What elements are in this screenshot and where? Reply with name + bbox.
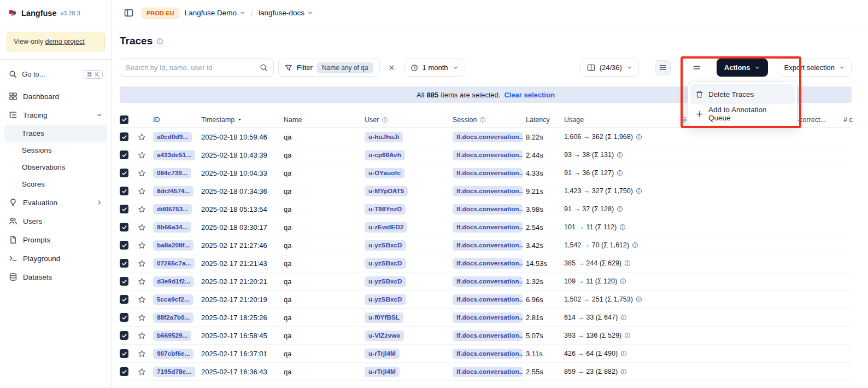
- session-badge[interactable]: lf.docs.conversation...: [453, 312, 523, 323]
- row-checkbox[interactable]: [120, 223, 128, 231]
- info-icon[interactable]: [624, 332, 631, 339]
- user-badge[interactable]: u-rTrjl4M: [365, 367, 400, 377]
- user-badge[interactable]: u-rTrjl4M: [365, 349, 400, 359]
- table-row[interactable]: 8dcf4574... 2025-02-18 07:34:36 qa u-MYp…: [120, 182, 852, 200]
- table-row[interactable]: 88f2a7b0... 2025-02-17 18:25:26 qa u-f0Y…: [120, 309, 852, 327]
- star-icon[interactable]: [138, 314, 146, 322]
- row-checkbox[interactable]: [120, 205, 128, 213]
- user-badge[interactable]: u-cp66Avh: [365, 150, 405, 160]
- star-icon[interactable]: [138, 187, 146, 195]
- trace-id-badge[interactable]: 5cca9cf2...: [153, 294, 193, 305]
- star-icon[interactable]: [138, 259, 146, 268]
- session-badge[interactable]: lf.docs.conversation...: [453, 367, 523, 377]
- header-score-4[interactable]: # c: [843, 116, 865, 124]
- header-score-3[interactable]: -correct...: [797, 116, 843, 124]
- trace-id-badge[interactable]: b669529...: [153, 331, 191, 341]
- table-row[interactable]: dd05753... 2025-02-18 05:13:54 qa u-T98Y…: [120, 200, 852, 218]
- user-badge[interactable]: u-yzSBxcD: [365, 276, 406, 287]
- table-row[interactable]: d3e9d1f2... 2025-02-17 21:20:21 qa u-yzS…: [120, 273, 852, 291]
- table-row[interactable]: b669529... 2025-02-17 16:58:45 qa u-VIZz…: [120, 327, 852, 345]
- user-badge[interactable]: u-huJhuJi: [365, 132, 403, 142]
- row-checkbox[interactable]: [120, 169, 128, 177]
- info-icon[interactable]: [620, 314, 627, 321]
- trace-id-badge[interactable]: ba8a208f...: [153, 240, 193, 251]
- user-badge[interactable]: u-f0YfBSL: [365, 312, 403, 323]
- header-user[interactable]: User: [365, 116, 453, 124]
- sidebar-item-sessions[interactable]: Sessions: [4, 142, 107, 159]
- header-latency[interactable]: Latency: [526, 116, 564, 124]
- trace-id-badge[interactable]: 8dcf4574...: [153, 186, 193, 196]
- info-icon[interactable]: [620, 278, 626, 285]
- header-name[interactable]: Name: [284, 116, 365, 124]
- trace-id-badge[interactable]: d3e9d1f2...: [153, 276, 194, 287]
- star-icon[interactable]: [138, 350, 146, 358]
- export-selection-button[interactable]: Export selection: [778, 59, 852, 77]
- session-badge[interactable]: lf.docs.conversation...: [453, 186, 523, 196]
- sidebar-item-tracing[interactable]: Tracing: [4, 106, 107, 124]
- menu-item-add-to-annotation-queue[interactable]: Add to Annotation Queue: [690, 104, 795, 124]
- project-selector[interactable]: langfuse-docs: [259, 9, 313, 17]
- info-icon[interactable]: [617, 152, 623, 158]
- user-badge[interactable]: u-zEwdED2: [365, 222, 407, 233]
- sidebar-toggle-button[interactable]: [121, 5, 136, 21]
- row-height-compact-button[interactable]: [655, 60, 671, 76]
- info-icon[interactable]: [624, 260, 631, 267]
- trace-id-badge[interactable]: 907cbf6e...: [153, 349, 193, 359]
- row-checkbox[interactable]: [120, 349, 128, 358]
- columns-button[interactable]: (24/36): [580, 59, 639, 77]
- clear-filter-button[interactable]: [384, 60, 400, 76]
- info-icon[interactable]: [620, 350, 627, 357]
- info-icon[interactable]: [636, 296, 642, 303]
- row-checkbox[interactable]: [120, 295, 128, 304]
- session-badge[interactable]: lf.docs.conversation...: [453, 204, 523, 215]
- star-icon[interactable]: [138, 169, 146, 177]
- sidebar-item-prompts[interactable]: Prompts: [4, 231, 107, 248]
- time-range-button[interactable]: 1 month: [404, 59, 465, 77]
- trace-id-badge[interactable]: a433de51...: [153, 150, 195, 160]
- sidebar-item-traces[interactable]: Traces: [4, 125, 107, 142]
- info-icon[interactable]: [636, 134, 642, 140]
- table-row[interactable]: ba8a208f... 2025-02-17 21:27:46 qa u-yzS…: [120, 236, 852, 254]
- star-icon[interactable]: [138, 332, 146, 340]
- row-checkbox[interactable]: [120, 277, 128, 286]
- sidebar-item-scores[interactable]: Scores: [4, 176, 107, 193]
- header-id[interactable]: ID: [153, 116, 201, 124]
- info-icon[interactable]: [620, 368, 627, 375]
- trace-id-badge[interactable]: 07265c7a...: [153, 258, 195, 269]
- table-row[interactable]: 07265c7a... 2025-02-17 21:21:43 qa u-yzS…: [120, 254, 852, 273]
- user-badge[interactable]: u-OYauofc: [365, 168, 404, 178]
- session-badge[interactable]: lf.docs.conversation...: [453, 240, 523, 251]
- row-checkbox[interactable]: [120, 367, 128, 376]
- select-all-checkbox[interactable]: [120, 115, 128, 124]
- session-badge[interactable]: lf.docs.conversation...: [453, 258, 523, 269]
- star-icon[interactable]: [138, 205, 146, 213]
- filter-button[interactable]: Filter Name any of qa: [278, 59, 380, 77]
- user-badge[interactable]: u-yzSBxcD: [365, 240, 406, 251]
- sidebar-item-dashboard[interactable]: Dashboard: [4, 88, 107, 105]
- star-icon[interactable]: [138, 241, 146, 250]
- user-badge[interactable]: u-MYpDAT5: [365, 186, 408, 196]
- star-icon[interactable]: [138, 277, 146, 286]
- session-badge[interactable]: lf.docs.conversation...: [453, 294, 523, 305]
- star-icon[interactable]: [138, 368, 146, 376]
- star-icon[interactable]: [138, 151, 146, 159]
- user-badge[interactable]: u-T98YnzD: [365, 204, 406, 215]
- session-badge[interactable]: lf.docs.conversation...: [453, 331, 523, 341]
- sidebar-item-playground[interactable]: Playground: [4, 250, 107, 267]
- row-checkbox[interactable]: [120, 150, 128, 159]
- row-checkbox[interactable]: [120, 313, 128, 322]
- trace-id-badge[interactable]: a0cd0d9...: [153, 132, 192, 142]
- star-icon[interactable]: [138, 223, 146, 231]
- row-checkbox[interactable]: [120, 331, 128, 340]
- table-row[interactable]: 084c739... 2025-02-18 10:04:33 qa u-OYau…: [120, 164, 852, 182]
- info-icon[interactable]: [632, 242, 638, 248]
- table-row[interactable]: 907cbf6e... 2025-02-17 16:37:01 qa u-rTr…: [120, 345, 852, 363]
- row-height-expanded-button[interactable]: [689, 60, 705, 76]
- row-checkbox[interactable]: [120, 187, 128, 195]
- row-checkbox[interactable]: [120, 241, 128, 250]
- session-badge[interactable]: lf.docs.conversation...: [453, 349, 523, 359]
- sidebar-item-users[interactable]: Users: [4, 212, 107, 230]
- session-badge[interactable]: lf.docs.conversation...: [453, 222, 523, 233]
- row-checkbox[interactable]: [120, 259, 128, 268]
- table-row[interactable]: a0cd0d9... 2025-02-18 10:59:46 qa u-huJh…: [120, 128, 852, 146]
